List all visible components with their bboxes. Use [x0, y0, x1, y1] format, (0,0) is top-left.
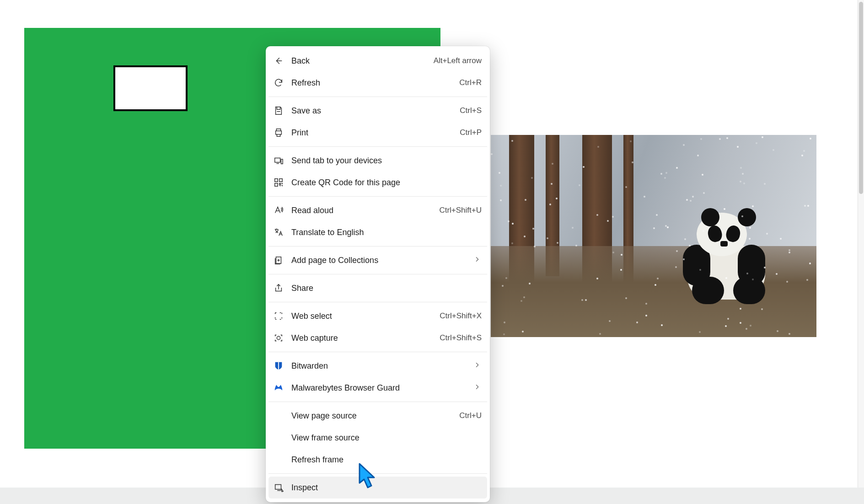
snow-speckle	[656, 214, 658, 216]
context-menu[interactable]: BackAlt+Left arrowRefreshCtrl+RSave asCt…	[266, 46, 490, 502]
menu-item-shortcut: Alt+Left arrow	[434, 56, 482, 65]
snow-speckle	[612, 252, 614, 253]
web-select-icon	[272, 310, 285, 322]
menu-item-shortcut: Ctrl+P	[460, 128, 482, 137]
snow-speckle	[697, 155, 699, 156]
menu-item-sendtab[interactable]: Send tab to your devices	[268, 150, 487, 172]
snow-speckle	[801, 155, 803, 156]
snow-speckle	[689, 245, 691, 247]
snow-speckle	[499, 172, 500, 174]
snow-speckle	[667, 226, 669, 228]
snow-speckle	[699, 331, 701, 333]
menu-item-label: Malwarebytes Browser Guard	[291, 383, 469, 393]
refresh-icon	[272, 76, 285, 89]
snow-speckle	[684, 238, 686, 240]
menu-item-viewframesource[interactable]: View frame source	[268, 427, 487, 449]
snow-speckle	[789, 249, 790, 251]
snow-speckle	[803, 150, 805, 152]
menu-item-qr[interactable]: Create QR Code for this page	[268, 172, 487, 193]
translate-icon	[272, 226, 285, 239]
snow-speckle	[664, 177, 666, 179]
menu-group: View page sourceCtrl+UView frame sourceR…	[268, 404, 487, 472]
no-icon	[272, 409, 285, 422]
snow-speckle	[749, 238, 751, 240]
snow-speckle	[737, 146, 739, 148]
snow-speckle	[660, 173, 662, 175]
snow-speckle	[806, 279, 808, 281]
snow-speckle	[645, 303, 647, 305]
menu-item-share[interactable]: Share	[268, 277, 487, 299]
snow-speckle	[512, 223, 514, 225]
snow-speckle	[500, 199, 502, 201]
menu-item-label: Refresh	[291, 78, 454, 88]
menu-item-label: Back	[291, 56, 428, 66]
web-capture-icon	[272, 332, 285, 344]
menu-item-label: View frame source	[291, 433, 482, 443]
menu-item-viewsource[interactable]: View page sourceCtrl+U	[268, 405, 487, 427]
menu-item-shortcut: Ctrl+Shift+X	[440, 311, 482, 321]
menu-item-webselect[interactable]: Web selectCtrl+Shift+X	[268, 305, 487, 327]
menu-group: BackAlt+Left arrowRefreshCtrl+R	[268, 49, 487, 95]
snow-speckle	[692, 196, 694, 198]
menu-item-saveas[interactable]: Save asCtrl+S	[268, 100, 487, 122]
menu-group: BitwardenMalwarebytes Browser Guard	[268, 354, 487, 400]
snow-speckle	[746, 328, 747, 330]
snow-speckle	[724, 208, 725, 210]
menu-group: Inspect	[268, 476, 487, 499]
menu-item-bitwarden[interactable]: Bitwarden	[268, 355, 487, 377]
snow-speckle	[740, 322, 741, 324]
snow-speckle	[675, 266, 677, 268]
snow-speckle	[776, 273, 778, 275]
snow-speckle	[620, 269, 622, 271]
menu-item-label: Add page to Collections	[291, 256, 469, 265]
menu-item-translate[interactable]: Translate to English	[268, 221, 487, 243]
menu-separator	[268, 302, 487, 302]
no-icon	[272, 431, 285, 444]
viewport: BackAlt+Left arrowRefreshCtrl+RSave asCt…	[0, 0, 864, 504]
snow-speckle	[661, 324, 663, 326]
menu-separator	[268, 402, 487, 402]
menu-item-refreshframe[interactable]: Refresh frame	[268, 449, 487, 471]
menu-item-label: View page source	[291, 411, 454, 421]
menu-item-refresh[interactable]: RefreshCtrl+R	[268, 72, 487, 94]
snow-speckle	[766, 233, 768, 235]
menu-item-print[interactable]: PrintCtrl+P	[268, 122, 487, 144]
snow-speckle	[725, 277, 727, 279]
snow-speckle	[703, 192, 705, 194]
snow-speckle	[583, 166, 585, 168]
snow-speckle	[762, 136, 763, 138]
snow-speckle	[752, 205, 754, 207]
scrollbar-thumb[interactable]	[859, 2, 863, 194]
snow-speckle	[511, 140, 513, 142]
embedded-white-box	[113, 65, 188, 111]
menu-item-webcapture[interactable]: Web captureCtrl+Shift+S	[268, 327, 487, 349]
menu-item-shortcut: Ctrl+Shift+U	[439, 206, 482, 215]
save-icon	[272, 104, 285, 117]
menu-item-inspect[interactable]: Inspect	[268, 477, 487, 499]
menu-item-shortcut: Ctrl+U	[459, 411, 482, 420]
menu-item-readaloud[interactable]: Read aloudCtrl+Shift+U	[268, 199, 487, 221]
menu-item-back[interactable]: BackAlt+Left arrow	[268, 50, 487, 72]
menu-separator	[268, 97, 487, 97]
menu-item-label: Translate to English	[291, 228, 482, 237]
menu-item-label: Create QR Code for this page	[291, 178, 482, 188]
snow-speckle	[702, 174, 703, 176]
snow-speckle	[556, 198, 558, 199]
menu-item-malwarebytes[interactable]: Malwarebytes Browser Guard	[268, 377, 487, 399]
menu-separator	[268, 196, 487, 197]
vertical-scrollbar[interactable]	[858, 0, 864, 488]
menu-item-label: Web select	[291, 311, 434, 321]
snow-speckle	[612, 216, 614, 218]
menu-group: Send tab to your devicesCreate QR Code f…	[268, 149, 487, 194]
snow-speckle	[636, 322, 638, 323]
snow-speckle	[653, 227, 655, 229]
snow-speckle	[804, 205, 806, 207]
snow-speckle	[740, 167, 742, 169]
snow-speckle	[719, 138, 721, 140]
snow-speckle	[740, 181, 741, 182]
menu-item-collections[interactable]: Add page to Collections	[268, 249, 487, 271]
share-icon	[272, 282, 285, 295]
snow-speckle	[740, 308, 741, 310]
snow-speckle	[572, 227, 574, 229]
snow-speckle	[552, 163, 553, 165]
